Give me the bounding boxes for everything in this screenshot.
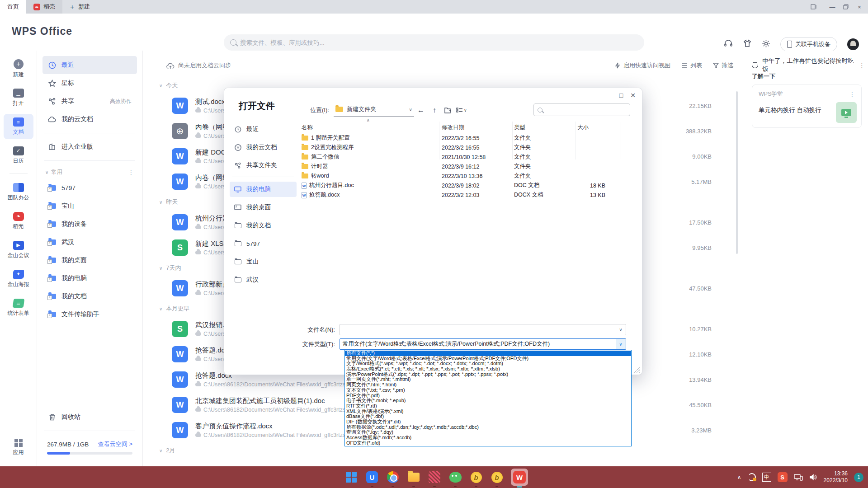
section-header[interactable]: ∨ 2月: [159, 446, 175, 455]
link-phone-button[interactable]: 关联手机设备: [780, 37, 837, 52]
column-name[interactable]: 名称: [299, 124, 442, 131]
sidebar-item-cloud-docs[interactable]: 我的云文档: [42, 110, 137, 128]
user-avatar[interactable]: [847, 38, 859, 50]
common-section-header[interactable]: ∨ 常用 ⋮: [42, 165, 137, 179]
taskbar-app-circuit[interactable]: [428, 470, 441, 484]
filetype-option[interactable]: Access数据库(*.mdb;*.accdb): [345, 435, 631, 441]
filename-combobox[interactable]: ∨: [340, 324, 626, 335]
view-cloud-space-link[interactable]: 查看云空间 >: [98, 440, 132, 448]
sidebar-common-item[interactable]: 我的电脑: [42, 269, 137, 287]
minimize-button[interactable]: —: [826, 1, 838, 12]
dialog-file-row[interactable]: 计时器 2022/3/9 16:12 文件夹: [299, 162, 636, 171]
column-type[interactable]: 类型: [514, 124, 577, 131]
dialog-search-input[interactable]: [545, 107, 622, 113]
sidebar-item-enterprise[interactable]: 进入企业版: [42, 138, 137, 156]
dialog-sidebar-my-documents[interactable]: 我的文档: [230, 218, 297, 233]
filetype-option[interactable]: RTF文件(*.rtf): [345, 404, 631, 409]
rail-item-apps[interactable]: 应用: [4, 435, 33, 460]
rail-item-meeting[interactable]: ▶金山会议: [4, 237, 33, 263]
dialog-search-box[interactable]: [533, 103, 630, 116]
sidebar-common-item[interactable]: 宝山: [42, 197, 137, 215]
notification-badge[interactable]: 1: [854, 473, 863, 482]
scrollbar[interactable]: [736, 91, 738, 254]
sidebar-item-recycle[interactable]: 回收站: [42, 408, 137, 426]
settings-gear-icon[interactable]: [762, 39, 770, 50]
filetype-option[interactable]: OFD文件(*.ofd): [345, 441, 631, 446]
rail-item-poster[interactable]: ✦金山海报: [4, 266, 33, 291]
filetype-option[interactable]: 所有文件(*.*): [345, 351, 631, 356]
dialog-file-row[interactable]: 转word 2022/3/10 13:36 文件夹: [299, 171, 636, 181]
filetype-option[interactable]: 文本文件(*.txt; *.csv; *.prn): [345, 388, 631, 393]
filetype-option[interactable]: 表格/Excel格式(*.et; *.ett; *.xls; *.xlt; *.…: [345, 366, 631, 372]
list-view-button[interactable]: 列表: [681, 61, 702, 70]
sidebar-common-item[interactable]: 文件传输助手: [42, 305, 137, 324]
taskbar-explorer[interactable]: [407, 470, 420, 484]
view-mode-button[interactable]: ∨: [455, 104, 468, 116]
dialog-sidebar-wuhan[interactable]: 武汉: [230, 272, 297, 287]
global-search[interactable]: [224, 34, 644, 51]
theme-skin-icon[interactable]: [743, 39, 752, 49]
dialog-file-row[interactable]: 抢答题.docx 2022/3/2 12:03 DOCX 文档 13 KB: [299, 190, 636, 200]
more-options-icon[interactable]: ⋮: [859, 61, 865, 69]
rail-item-docer[interactable]: ❧稻壳: [4, 208, 33, 234]
location-combobox[interactable]: 新建文件夹 ∨: [334, 103, 414, 117]
network-icon[interactable]: [794, 474, 803, 481]
sidebar-common-item[interactable]: 5797: [42, 179, 137, 197]
section-header[interactable]: ∨ 今天: [159, 81, 178, 89]
sidebar-item-shared[interactable]: 共享 高效协作: [42, 92, 137, 110]
dialog-file-row[interactable]: 1 脚踏开关配置 2022/3/2 16:55 文件夹: [299, 133, 636, 143]
close-button[interactable]: ×: [854, 1, 865, 12]
filetype-combobox[interactable]: 常用文件(文字/Word格式;表格/Excel格式;演示/PowerPoint格…: [340, 338, 626, 350]
tab-new[interactable]: ＋ 新建: [62, 0, 96, 14]
taskbar-clock[interactable]: 13:36 2022/3/10: [824, 470, 848, 484]
back-button[interactable]: ←: [414, 104, 428, 116]
dialog-sidebar-desktop[interactable]: 我的桌面: [230, 200, 297, 215]
start-button[interactable]: [344, 470, 358, 484]
search-input[interactable]: [240, 39, 620, 46]
tab-docer[interactable]: ❧ 稻壳: [26, 0, 62, 14]
resize-grip[interactable]: [634, 366, 640, 373]
dialog-close-button[interactable]: ✕: [630, 92, 636, 99]
more-options-icon[interactable]: ⋮: [849, 91, 855, 98]
sidebar-common-item[interactable]: 我的设备: [42, 215, 137, 233]
filetype-option[interactable]: DIF (数据交换文件)(*.dif): [345, 419, 631, 425]
sidebar-common-item[interactable]: 我的文档: [42, 287, 137, 305]
more-options-icon[interactable]: ⋮: [128, 169, 135, 176]
dialog-file-row[interactable]: 杭州分行题目.doc 2022/3/9 18:02 DOC 文档 18 KB: [299, 181, 636, 190]
section-header[interactable]: ∨ 7天内: [159, 264, 181, 272]
dialog-sidebar-shared-folder[interactable]: 共享文件夹: [230, 158, 297, 173]
dialog-sidebar-my-computer[interactable]: 我的电脑: [230, 182, 297, 197]
up-button[interactable]: ↑: [428, 104, 441, 116]
section-header[interactable]: ∨ 昨天: [159, 198, 178, 206]
video-thumbnail[interactable]: [836, 102, 857, 123]
sync-tray-icon[interactable]: [748, 473, 756, 481]
sidebar-item-recent[interactable]: 最近: [42, 56, 137, 74]
dialog-maximize-button[interactable]: □: [619, 92, 623, 99]
dialog-sidebar-recent[interactable]: 最近: [230, 122, 297, 137]
tray-expand-icon[interactable]: ∧: [737, 474, 741, 480]
new-folder-button[interactable]: [441, 104, 455, 116]
cloud-sync-notice[interactable]: 尚未启用文档云同步: [166, 61, 231, 70]
sidebar-common-item[interactable]: 我的桌面: [42, 251, 137, 269]
ime-indicator[interactable]: 中: [762, 473, 771, 482]
rail-item-calendar[interactable]: ✓日历: [4, 143, 33, 168]
dialog-sidebar-5797[interactable]: 5797: [230, 236, 297, 251]
taskbar-app-u[interactable]: U: [365, 470, 379, 484]
restore-button[interactable]: [840, 1, 852, 12]
taskbar-app-b2[interactable]: b: [490, 470, 504, 484]
taskbar-chrome[interactable]: [386, 470, 400, 484]
filetype-option[interactable]: XML文件/表格/演示(*.xml): [345, 409, 631, 414]
tab-home[interactable]: 首页: [0, 0, 26, 14]
dialog-file-row[interactable]: 2设置完检测程序 2022/3/2 16:55 文件夹: [299, 143, 636, 152]
rail-item-open[interactable]: ▁打开: [4, 85, 33, 110]
wps-academy-card[interactable]: WPS学堂 ⋮ 单元格内换行 自动换行: [752, 84, 862, 128]
sogou-input-icon[interactable]: S: [778, 472, 788, 482]
dialog-file-row[interactable]: 第二个微信 2021/10/30 12:58 文件夹: [299, 152, 636, 162]
volume-icon[interactable]: [809, 474, 817, 481]
column-size[interactable]: 大小: [577, 124, 618, 131]
sidebar-item-starred[interactable]: 星标: [42, 74, 137, 92]
taskbar-app-b1[interactable]: b: [469, 470, 483, 484]
dialog-sidebar-cloud-docs[interactable]: 我的云文档: [230, 140, 297, 155]
column-date[interactable]: 修改日期: [442, 124, 514, 131]
rail-item-docs[interactable]: ≡文档: [4, 114, 33, 139]
